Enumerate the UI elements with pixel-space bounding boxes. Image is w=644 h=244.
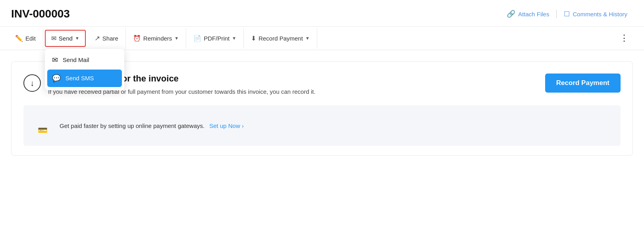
pdf-chevron-icon: ▼ — [232, 36, 236, 41]
more-icon: ⋮ — [620, 33, 629, 43]
header-divider — [556, 10, 557, 18]
send-mail-label: Send Mail — [63, 56, 89, 63]
send-icon: ✉ — [51, 35, 56, 42]
reminders-button[interactable]: ⏰ Reminders ▼ — [126, 28, 186, 48]
pdf-icon: 📄 — [193, 35, 201, 42]
share-icon: ↗ — [94, 34, 100, 43]
reminder-icon: ⏰ — [133, 35, 141, 42]
attach-files-button[interactable]: Attach Files — [501, 7, 555, 21]
send-mail-item[interactable]: ✉ Send Mail — [45, 51, 124, 69]
comments-history-label: Comments & History — [573, 11, 627, 17]
send-dropdown-menu: ✉ Send Mail 💬 Send SMS — [45, 49, 124, 90]
edit-label: Edit — [25, 35, 36, 42]
paperclip-icon — [507, 10, 515, 18]
download-arrow-icon: ↓ — [30, 79, 34, 88]
gateway-text: Get paid faster by setting up online pay… — [60, 122, 204, 129]
mail-icon: ✉ — [52, 56, 58, 64]
more-options-button[interactable]: ⋮ — [613, 27, 636, 50]
share-label: Share — [102, 35, 118, 42]
toolbar: ✏️ Edit ✉ Send ▼ ✉ Send Mail 💬 Send SMS … — [0, 27, 644, 50]
record-payment-button[interactable]: Record Payment — [545, 74, 621, 93]
pdf-print-button[interactable]: 📄 PDF/Print ▼ — [186, 28, 244, 48]
edit-button[interactable]: ✏️ Edit — [8, 28, 43, 48]
record-icon: ⬇ — [251, 35, 256, 42]
sms-icon: 💬 — [52, 74, 61, 83]
reminders-chevron-icon: ▼ — [174, 36, 179, 41]
send-chevron-icon: ▼ — [75, 36, 79, 41]
gateway-bar: 💳 Get paid faster by setting up online p… — [23, 105, 621, 146]
record-chevron-icon: ▼ — [305, 36, 310, 41]
reminders-label: Reminders — [143, 35, 172, 42]
edit-icon: ✏️ — [15, 35, 23, 42]
invoice-id: INV-000003 — [11, 8, 70, 20]
send-sms-item[interactable]: 💬 Send SMS — [47, 70, 122, 87]
comments-history-button[interactable]: ☐ Comments & History — [558, 8, 633, 21]
record-payment-toolbar-label: Record Payment — [258, 35, 303, 42]
page-header: INV-000003 Attach Files ☐ Comments & His… — [0, 0, 644, 27]
send-sms-label: Send SMS — [66, 75, 94, 81]
comment-icon: ☐ — [564, 10, 570, 18]
attach-files-label: Attach Files — [518, 11, 549, 17]
send-dropdown-wrapper: ✉ Send ▼ ✉ Send Mail 💬 Send SMS — [43, 27, 87, 49]
download-circle-icon: ↓ — [23, 74, 41, 92]
send-label: Send — [59, 35, 73, 42]
record-payment-toolbar-button[interactable]: ⬇ Record Payment ▼ — [244, 28, 317, 48]
header-actions: Attach Files ☐ Comments & History — [501, 7, 633, 21]
credit-card-icon: 💳 — [31, 120, 55, 140]
pdf-print-label: PDF/Print — [204, 35, 229, 42]
setup-now-link[interactable]: Set up Now › — [209, 122, 244, 129]
send-button[interactable]: ✉ Send ▼ — [45, 30, 86, 47]
share-button[interactable]: ↗ Share — [87, 28, 126, 49]
